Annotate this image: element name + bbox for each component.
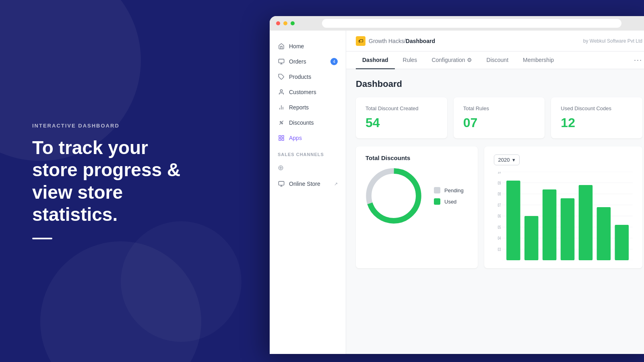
legend-dot-used [434, 198, 440, 205]
left-panel-divider [32, 238, 52, 239]
orders-icon [278, 58, 285, 65]
svg-point-9 [282, 123, 283, 124]
browser-maximize-dot[interactable] [291, 21, 295, 25]
svg-rect-12 [282, 136, 284, 138]
svg-text:08: 08 [497, 192, 501, 197]
left-panel: INTERACTIVE DASHBOARD To track your stor… [0, 0, 217, 362]
svg-text:09: 09 [497, 181, 501, 185]
topbar: 🏷 Growth Hacks/Dashboard by Webkul Softw… [346, 31, 644, 51]
orders-badge: 4 [330, 58, 338, 65]
sidebar-item-home[interactable]: Home [270, 39, 346, 54]
svg-rect-14 [282, 138, 284, 140]
svg-text:03: 03 [497, 247, 501, 252]
more-options-button[interactable]: ··· [634, 56, 642, 64]
sidebar-item-reports[interactable]: Reports [270, 100, 346, 115]
svg-rect-0 [279, 59, 284, 63]
apps-icon [278, 134, 285, 142]
sidebar-item-products[interactable]: Products [270, 69, 346, 84]
app-icon: 🏷 [356, 36, 365, 46]
customers-icon [278, 88, 285, 96]
donut-chart-area: Pending Used [365, 168, 468, 224]
tab-membership[interactable]: Membership [516, 51, 560, 69]
tab-dashboard[interactable]: Dashorad [356, 51, 395, 69]
sidebar-item-discounts-label: Discounts [289, 119, 314, 126]
bar-chart-container: 10 09 08 07 06 05 04 03 [494, 172, 633, 260]
bar-5 [578, 185, 592, 260]
sales-channels-section-title: SALES CHANNELS [270, 146, 346, 159]
bar-3 [542, 189, 556, 260]
sidebar-item-customers[interactable]: Customers [270, 84, 346, 100]
tab-discount[interactable]: Discount [480, 51, 515, 69]
browser-close-dot[interactable] [276, 21, 280, 25]
legend-item-used: Used [434, 198, 464, 205]
tab-rules[interactable]: Rules [396, 51, 424, 69]
stat-label-total-rules: Total Rules [463, 105, 535, 111]
bar-7 [615, 225, 629, 260]
by-label: by Webkul Software Pvt Ltd [583, 38, 642, 44]
browser-window: Home Orders 4 Products Customers [270, 16, 644, 354]
left-panel-subtitle: INTERACTIVE DASHBOARD [32, 123, 185, 129]
browser-minimize-dot[interactable] [283, 21, 287, 25]
breadcrumb-app: Growth Hacks [369, 38, 404, 44]
legend-label-used: Used [444, 199, 456, 205]
stat-label-used-codes: Used Discount Codes [561, 105, 633, 111]
bar-card: 2020 ▾ [484, 146, 642, 268]
breadcrumb: Growth Hacks/Dashboard [369, 38, 435, 44]
sidebar-item-orders-label: Orders [289, 58, 306, 65]
stat-card-total-rules: Total Rules 07 [454, 97, 545, 138]
legend-item-pending: Pending [434, 187, 464, 193]
page-title: Dashboard [356, 79, 642, 89]
browser-bar [270, 16, 644, 31]
sidebar-item-products-label: Products [289, 74, 311, 80]
topbar-left: 🏷 Growth Hacks/Dashboard [356, 36, 435, 46]
main-area: 🏷 Growth Hacks/Dashboard by Webkul Softw… [346, 31, 644, 354]
bar-1 [506, 181, 520, 260]
bar-4 [560, 198, 574, 260]
svg-text:07: 07 [497, 203, 501, 208]
year-select[interactable]: 2020 ▾ [494, 154, 520, 165]
svg-text:10: 10 [497, 172, 501, 175]
svg-text:04: 04 [497, 236, 501, 241]
donut-chart [365, 168, 422, 224]
donut-card-title: Total Discounts [365, 154, 468, 161]
svg-point-4 [280, 90, 282, 92]
stats-row: Total Discount Created 54 Total Rules 07… [356, 97, 642, 138]
bar-2 [524, 216, 539, 260]
bottom-row: Total Discounts [356, 146, 642, 268]
bar-6 [597, 207, 611, 260]
dashboard-content: Dashboard Total Discount Created 54 Tota… [346, 69, 644, 354]
stat-value-used-codes: 12 [561, 115, 633, 130]
stat-value-total-rules: 07 [463, 115, 535, 130]
sidebar-item-reports-label: Reports [289, 104, 309, 111]
sidebar-item-home-label: Home [289, 43, 304, 49]
products-icon [278, 73, 285, 80]
online-store-icon [278, 180, 285, 187]
reports-icon [278, 104, 285, 111]
stat-card-total-discount: Total Discount Created 54 [356, 97, 447, 138]
chevron-down-icon: ▾ [512, 157, 515, 163]
sidebar-item-discounts[interactable]: Discounts [270, 115, 346, 130]
svg-rect-13 [279, 138, 281, 140]
bar-card-top: 2020 ▾ [494, 154, 633, 165]
app-content: Home Orders 4 Products Customers [270, 31, 644, 354]
sidebar-item-online-store-label: Online Store [289, 181, 320, 187]
svg-text:06: 06 [497, 214, 501, 219]
sidebar-item-orders[interactable]: Orders 4 [270, 54, 346, 69]
donut-card: Total Discounts [356, 146, 478, 268]
svg-rect-15 [279, 181, 284, 185]
browser-url-bar[interactable] [322, 19, 621, 28]
bar-chart-svg: 10 09 08 07 06 05 04 03 [494, 172, 633, 260]
stat-value-total-discount: 54 [365, 115, 438, 130]
sidebar: Home Orders 4 Products Customers [270, 31, 346, 354]
sidebar-item-apps[interactable]: Apps [270, 130, 346, 146]
home-icon [278, 43, 285, 50]
sidebar-item-apps-label: Apps [289, 135, 302, 141]
chart-legend: Pending Used [434, 187, 464, 205]
svg-point-8 [280, 121, 281, 123]
sidebar-item-online-store[interactable]: Online Store ↗ [270, 176, 346, 191]
sidebar-add-channel[interactable]: ⊕ [270, 159, 346, 176]
tab-configuration[interactable]: Configuration ⚙ [425, 51, 478, 69]
selected-year: 2020 [498, 157, 510, 163]
external-link-icon: ↗ [334, 181, 338, 187]
stat-card-used-codes: Used Discount Codes 12 [551, 97, 642, 138]
